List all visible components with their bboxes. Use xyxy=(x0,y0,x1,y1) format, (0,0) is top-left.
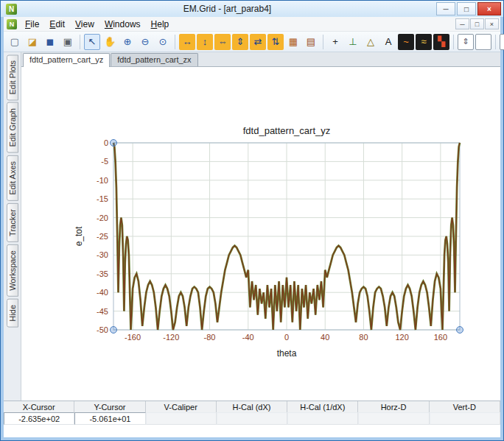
status-header-v-caliper: V-Caliper xyxy=(146,401,217,412)
toolbar-zoom-in-icon[interactable]: ⊕ xyxy=(119,34,136,50)
toolbar-pan-hand-icon[interactable]: ✋ xyxy=(102,34,118,50)
restore-button[interactable]: □ xyxy=(457,2,476,15)
axis-corner-handle[interactable] xyxy=(457,327,463,334)
toolbar-plot-style-dark-1-icon[interactable]: ~ xyxy=(398,34,414,50)
toolbar-separator xyxy=(453,35,454,49)
sidebar-tab-workspace[interactable]: Workspace xyxy=(7,244,18,297)
menu-items: FileEditViewWindowsHelp xyxy=(20,18,174,31)
toolbar-separator xyxy=(495,35,496,49)
toolbar-data-table-icon[interactable]: ▤ xyxy=(303,34,319,50)
status-value-h-cal-dx- xyxy=(217,412,287,425)
status-gap xyxy=(4,425,500,437)
menu-windows[interactable]: Windows xyxy=(99,18,146,31)
close-button[interactable]: × xyxy=(477,2,501,15)
status-bar-headers: X-CursorY-CursorV-CaliperH-Cal (dX)H-Cal… xyxy=(4,401,500,412)
status-value-h-cal-1-dx- xyxy=(287,412,358,425)
toolbar-scroll-vertical-icon[interactable]: ⇅ xyxy=(267,34,284,50)
toolbar-plot-style-dark-2-icon[interactable]: ≈ xyxy=(416,34,432,50)
window-body: N FileEditViewWindowsHelp ─□× ▢◪◼▣↖✋⊕⊖⊙↔… xyxy=(4,17,500,437)
toolbar-frame-vertical-icon[interactable]: ⇕ xyxy=(458,34,474,50)
status-bar-values: -2.635e+02-5.061e+01 xyxy=(4,412,500,425)
y-tick-label: -30 xyxy=(97,250,108,259)
y-tick-label: -15 xyxy=(97,194,108,203)
y-tick-label: -5 xyxy=(101,157,108,166)
toolbar-add-text-icon[interactable]: A xyxy=(380,34,396,50)
toolbar-separator xyxy=(323,35,323,49)
mdi-window-buttons: ─□× xyxy=(455,18,499,29)
status-value-horz-d xyxy=(358,412,429,425)
plot-canvas[interactable]: -160-120-80-40040801201600-5-10-15-20-25… xyxy=(21,67,500,401)
toolbar-grid-toggle-icon[interactable]: ▦ xyxy=(285,34,301,50)
y-axis-label: e_tot xyxy=(74,226,84,246)
menu-help[interactable]: Help xyxy=(146,18,175,31)
status-header-y-cursor: Y-Cursor xyxy=(74,401,145,412)
axis-corner-handle[interactable] xyxy=(111,140,117,147)
x-tick-label: -120 xyxy=(163,333,179,342)
y-tick-label: -25 xyxy=(97,232,108,241)
toolbar-zoom-window-icon[interactable]: ⊙ xyxy=(155,34,171,50)
toolbar-separator xyxy=(175,35,175,49)
mdi-minimize-button[interactable]: ─ xyxy=(455,18,469,29)
sidebar-vertical-tabs: Edit PlotsEdit GraphEdit AxesTrackerWork… xyxy=(4,52,21,401)
axis-corner-handle[interactable] xyxy=(111,327,117,334)
title-bar[interactable]: N EM.Grid - [art_parab4] ─□× xyxy=(1,1,503,17)
toolbar-icons: ▢◪◼▣↖✋⊕⊖⊙↔↕⇔⇕⇄⇅▦▤+⊥△A~≈▚⇕↔ xyxy=(6,34,504,50)
toolbar-add-marker-icon[interactable]: + xyxy=(327,34,343,50)
status-header-x-cursor: X-Cursor xyxy=(4,401,74,412)
menu-bar: N FileEditViewWindowsHelp ─□× xyxy=(4,17,500,32)
app-icon: N xyxy=(6,4,17,15)
toolbar-expand-vertical-icon[interactable]: ⇕ xyxy=(232,34,248,50)
mdi-document-icon[interactable]: N xyxy=(7,19,17,29)
sidebar-tab-tracker[interactable]: Tracker xyxy=(7,203,18,242)
document-tab-bar: fdtd_pattern_cart_yzfdtd_pattern_cart_zx xyxy=(21,52,500,67)
app-window: N EM.Grid - [art_parab4] ─□× N FileEditV… xyxy=(0,0,504,441)
toolbar-fit-vertical-icon[interactable]: ↕ xyxy=(197,34,213,50)
minimize-button[interactable]: ─ xyxy=(436,2,455,15)
chart-title: fdtd_pattern_cart_yz xyxy=(243,125,331,136)
toolbar-frame-plain-icon[interactable] xyxy=(475,34,491,50)
toolbar-open-folder-icon[interactable]: ◪ xyxy=(24,34,41,50)
doc-tab-fdtd_pattern_cart_zx[interactable]: fdtd_pattern_cart_zx xyxy=(111,53,197,66)
toolbar-new-file-icon[interactable]: ▢ xyxy=(7,34,23,50)
toolbar-delta-marker-icon[interactable]: △ xyxy=(363,34,379,50)
status-header-h-cal-dx-: H-Cal (dX) xyxy=(217,401,287,412)
toolbar-zoom-out-icon[interactable]: ⊖ xyxy=(137,34,153,50)
y-tick-label: -20 xyxy=(97,214,108,222)
mdi-close-button[interactable]: × xyxy=(485,18,499,29)
menu-file[interactable]: File xyxy=(20,18,44,31)
sidebar-tab-edit-graph[interactable]: Edit Graph xyxy=(7,102,18,153)
menu-view[interactable]: View xyxy=(70,18,99,31)
sidebar-tab-edit-axes[interactable]: Edit Axes xyxy=(7,155,18,201)
status-header-h-cal-1-dx-: H-Cal (1/dX) xyxy=(287,401,358,412)
x-tick-label: -80 xyxy=(204,333,216,342)
menu-edit[interactable]: Edit xyxy=(44,18,70,31)
status-value-v-caliper xyxy=(146,412,217,425)
x-tick-label: 40 xyxy=(321,333,329,342)
x-axis-label: theta xyxy=(277,348,297,359)
document-area: fdtd_pattern_cart_yzfdtd_pattern_cart_zx… xyxy=(21,52,500,401)
toolbar-scroll-horizontal-icon[interactable]: ⇄ xyxy=(250,34,266,50)
mdi-restore-button[interactable]: □ xyxy=(470,18,484,29)
x-tick-label: 0 xyxy=(284,333,289,342)
status-header-vert-d: Vert-D xyxy=(430,401,500,412)
main-area: Edit PlotsEdit GraphEdit AxesTrackerWork… xyxy=(4,52,500,401)
x-tick-label: 120 xyxy=(395,333,408,342)
toolbar-print-icon[interactable]: ▣ xyxy=(60,34,76,50)
x-tick-label: -160 xyxy=(125,333,141,342)
window-title: EM.Grid - [art_parab4] xyxy=(20,4,435,14)
sidebar-tab-edit-plots[interactable]: Edit Plots xyxy=(7,54,18,100)
toolbar-plot-style-dark-3-icon[interactable]: ▚ xyxy=(433,34,449,50)
toolbar-save-icon[interactable]: ◼ xyxy=(42,34,58,50)
toolbar-select-cursor-icon[interactable]: ↖ xyxy=(84,34,100,50)
chart-svg[interactable]: -160-120-80-40040801201600-5-10-15-20-25… xyxy=(43,122,500,373)
x-tick-label: -40 xyxy=(242,333,254,342)
doc-tab-fdtd_pattern_cart_yz[interactable]: fdtd_pattern_cart_yz xyxy=(23,53,110,67)
toolbar-show-axes-icon[interactable]: ⊥ xyxy=(345,34,361,50)
y-tick-label: -10 xyxy=(97,176,108,185)
toolbar-fit-horizontal-icon[interactable]: ↔ xyxy=(179,34,195,50)
y-tick-label: -40 xyxy=(97,288,108,297)
sidebar-tab-hide[interactable]: Hide xyxy=(7,299,18,328)
toolbar-expand-horizontal-icon[interactable]: ⇔ xyxy=(214,34,231,50)
status-header-horz-d: Horz-D xyxy=(358,401,429,412)
toolbar-frame-horizontal-icon[interactable]: ↔ xyxy=(500,34,504,50)
